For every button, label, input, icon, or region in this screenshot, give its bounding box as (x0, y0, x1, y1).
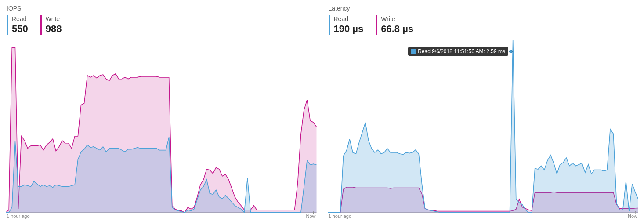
metrics-latency: Read 190 µs Write 66.8 µs (329, 15, 639, 35)
axis-bottom-latency: 1 hour ago Now (328, 213, 639, 219)
metric-value: 66.8 µs (381, 23, 413, 35)
metric-value: 190 µs (334, 23, 364, 35)
metric-iops-read: Read 550 (7, 15, 28, 35)
zero-label: 0 (313, 210, 315, 215)
metric-value: 988 (46, 23, 62, 35)
axis-left-label: 1 hour ago (7, 214, 30, 219)
dashboard: IOPS Read 550 Write 988 0 1 hour ago Now… (0, 0, 644, 221)
panel-title-latency: Latency (329, 5, 639, 12)
chart-latency[interactable]: 0 Read 9/6/2018 11:51:56 AM: 2.59 ms (328, 39, 639, 213)
metric-label: Write (46, 15, 62, 23)
panel-latency: Latency Read 190 µs Write 66.8 µs 0 Read… (322, 0, 644, 221)
panel-iops: IOPS Read 550 Write 988 0 1 hour ago Now (0, 0, 322, 221)
chart-svg-iops (6, 39, 317, 213)
zero-label: 0 (635, 210, 637, 215)
panel-title-iops: IOPS (7, 5, 317, 12)
metric-label: Read (12, 15, 28, 23)
metric-label: Read (334, 15, 364, 23)
metrics-iops: Read 550 Write 988 (7, 15, 317, 35)
metric-label: Write (381, 15, 413, 23)
chart-iops[interactable]: 0 (6, 39, 317, 213)
axis-left-label: 1 hour ago (329, 214, 352, 219)
metric-iops-write: Write 988 (40, 15, 62, 35)
metric-value: 550 (12, 23, 28, 35)
metric-latency-read: Read 190 µs (329, 15, 364, 35)
chart-svg-latency (328, 39, 639, 213)
metric-latency-write: Write 66.8 µs (376, 15, 413, 35)
axis-bottom-iops: 1 hour ago Now (6, 213, 317, 219)
